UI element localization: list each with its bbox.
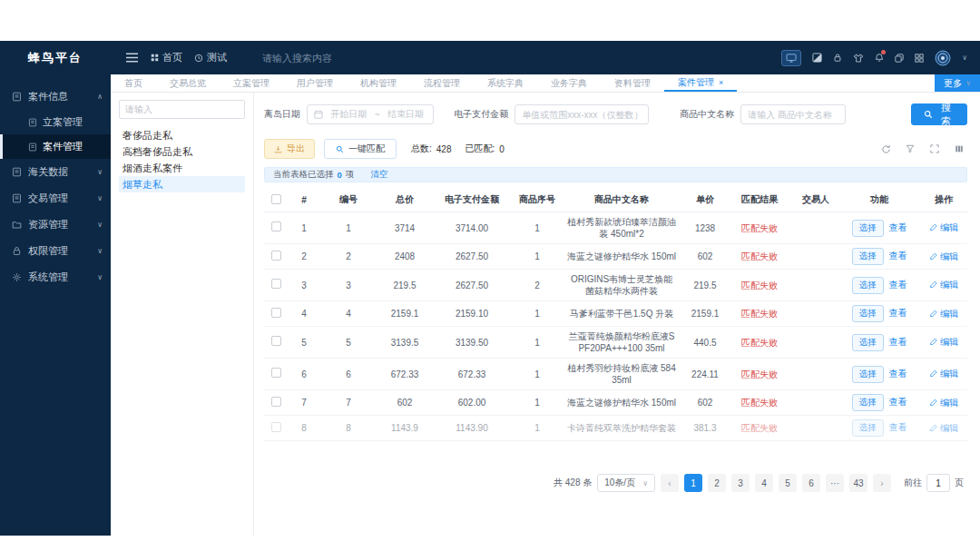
select-button[interactable]: 选择 [852, 394, 884, 411]
global-search-input[interactable] [262, 53, 398, 64]
tab-org-management[interactable]: 机构管理 [347, 74, 410, 92]
select-button[interactable]: 选择 [852, 334, 884, 351]
view-link[interactable]: 查看 [889, 251, 907, 261]
tab-case-management[interactable]: 案件管理× [664, 74, 737, 92]
user-avatar[interactable] [935, 50, 951, 66]
row-checkbox[interactable] [271, 251, 281, 261]
edit-link[interactable]: 编辑 [929, 397, 958, 408]
sidebar-item-resource-management[interactable]: 资源管理 ∨ [0, 212, 111, 238]
page-button[interactable]: 43 [849, 474, 867, 492]
tab-business-dict[interactable]: 业务字典 [537, 74, 601, 92]
row-checkbox[interactable] [271, 221, 281, 231]
select-button[interactable]: 选择 [852, 220, 884, 237]
select-all-checkbox[interactable] [271, 194, 281, 204]
sidebar-item-permission-management[interactable]: 权限管理 ∨ [0, 238, 111, 264]
edit-link[interactable]: 编辑 [929, 336, 958, 348]
fullscreen-icon[interactable] [926, 141, 943, 157]
select-button[interactable]: 选择 [852, 366, 884, 383]
theme-icon[interactable] [812, 53, 822, 63]
tab-trade-overview[interactable]: 交易总览 [156, 74, 220, 92]
tab-filing-management[interactable]: 立案管理 [220, 74, 283, 92]
view-link[interactable]: 查看 [889, 397, 907, 407]
page-button[interactable]: 2 [708, 474, 726, 492]
goto-page: 前往 页 [904, 474, 964, 492]
lock-icon[interactable] [833, 53, 842, 63]
sidebar-item-case-info[interactable]: 案件信息 ∧ [0, 84, 111, 110]
amount-input[interactable] [514, 104, 649, 124]
edit-link[interactable]: 编辑 [929, 368, 958, 379]
chevron-down-icon[interactable]: ∨ [962, 54, 967, 62]
row-checkbox[interactable] [271, 279, 281, 289]
one-click-match-button[interactable]: 一键匹配 [324, 139, 397, 159]
row-checkbox[interactable] [271, 336, 281, 346]
view-link[interactable]: 查看 [889, 337, 907, 347]
row-checkbox[interactable] [271, 397, 281, 407]
tab-system-dict[interactable]: 系统字典 [474, 74, 537, 92]
column-settings-icon[interactable] [951, 141, 967, 157]
close-icon[interactable]: × [719, 78, 723, 87]
date-separator: ~ [375, 110, 380, 120]
view-link[interactable]: 查看 [889, 280, 907, 290]
sidebar-item-filing-management[interactable]: 立案管理 [0, 110, 111, 134]
page-button[interactable]: 5 [779, 474, 797, 492]
refresh-icon[interactable] [877, 141, 894, 157]
select-button[interactable]: 选择 [852, 248, 884, 265]
grid-icon [151, 54, 159, 62]
category-item[interactable]: 高档奢侈品走私 [119, 143, 245, 160]
category-search-input[interactable] [119, 100, 245, 119]
sidebar-item-system-management[interactable]: 系统管理 ∨ [0, 264, 111, 290]
tab-home[interactable]: 首页 [111, 74, 156, 92]
page-button[interactable]: 1 [684, 474, 702, 492]
view-link[interactable]: 查看 [889, 308, 907, 318]
page-button[interactable]: 4 [755, 474, 773, 492]
select-button[interactable]: 选择 [852, 277, 884, 294]
next-page-button[interactable]: › [873, 474, 891, 492]
cell-index: 6 [288, 359, 320, 390]
category-item[interactable]: 烟酒走私案件 [119, 160, 245, 176]
nav-test[interactable]: 测试 [194, 51, 227, 64]
view-link[interactable]: 查看 [889, 422, 907, 432]
edit-link[interactable]: 编辑 [929, 308, 958, 320]
clear-selection-link[interactable]: 清空 [370, 169, 387, 181]
tab-user-management[interactable]: 用户管理 [283, 74, 347, 92]
view-link[interactable]: 查看 [889, 222, 907, 232]
edit-link[interactable]: 编辑 [929, 279, 958, 290]
sidebar-item-trade-management[interactable]: 交易管理 ∨ [0, 185, 111, 212]
goto-page-input[interactable] [926, 474, 950, 492]
prev-page-button[interactable]: ‹ [661, 474, 679, 492]
monitor-icon[interactable] [781, 50, 801, 66]
cell-total: 602 [377, 390, 433, 416]
page-button[interactable]: 3 [731, 474, 750, 492]
copy-layers-icon[interactable] [895, 54, 904, 63]
select-button[interactable]: 选择 [852, 305, 884, 322]
select-button[interactable]: 选择 [852, 419, 884, 437]
tab-process-management[interactable]: 流程管理 [410, 74, 474, 92]
row-checkbox[interactable] [271, 368, 281, 378]
row-checkbox[interactable] [271, 422, 281, 432]
edit-link[interactable]: 编辑 [929, 251, 958, 262]
sidebar-item-case-management[interactable]: 案件管理 [0, 134, 111, 159]
search-button[interactable]: 搜索 [911, 103, 967, 125]
date-range-picker[interactable]: 开始日期 ~ 结束日期 [307, 104, 434, 124]
col-index: # [288, 187, 320, 212]
row-checkbox[interactable] [271, 308, 281, 318]
ellipsis-pages[interactable]: ··· [826, 474, 844, 492]
sidebar-item-customs-data[interactable]: 海关数据 ∨ [0, 159, 111, 185]
apps-grid-icon[interactable] [915, 54, 924, 63]
filter-icon[interactable] [902, 141, 918, 157]
more-tabs-button[interactable]: 更多∨ [935, 74, 980, 92]
export-button[interactable]: 导出 [264, 139, 315, 159]
category-item-active[interactable]: 烟草走私 [119, 176, 245, 192]
view-link[interactable]: 查看 [889, 369, 907, 379]
edit-link[interactable]: 编辑 [929, 422, 958, 434]
product-name-input[interactable] [740, 104, 846, 124]
skin-icon[interactable] [853, 54, 864, 63]
notification-bell-icon[interactable] [875, 53, 884, 63]
page-button[interactable]: 6 [802, 474, 820, 492]
page-size-select[interactable]: 10条/页 ∨ [597, 474, 655, 492]
nav-home[interactable]: 首页 [151, 51, 182, 64]
category-item[interactable]: 奢侈品走私 [119, 127, 245, 143]
hamburger-menu-icon[interactable] [125, 52, 139, 64]
edit-link[interactable]: 编辑 [929, 221, 958, 233]
tab-material-management[interactable]: 资料管理 [601, 74, 664, 92]
